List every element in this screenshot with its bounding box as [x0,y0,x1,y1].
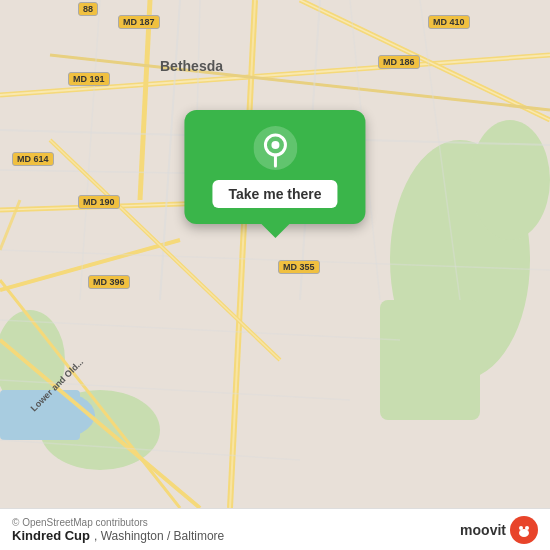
road-badge-md186: MD 186 [378,55,420,69]
moovit-logo: moovit [460,516,538,544]
road-badge-md190: MD 190 [78,195,120,209]
map-container: Bethesda MD 187 MD 410 MD 186 MD 191 88 … [0,0,550,550]
take-me-there-button[interactable]: Take me there [212,180,337,208]
svg-point-41 [519,529,529,537]
svg-point-2 [470,120,550,240]
road-badge-md355: MD 355 [278,260,320,274]
svg-point-38 [271,141,279,149]
road-badge-88: 88 [78,2,98,16]
location-info: Kindred Cup , Washington / Baltimore [12,528,224,543]
bottom-bar: © OpenStreetMap contributors Kindred Cup… [0,508,550,550]
svg-rect-4 [380,300,480,420]
moovit-text: moovit [460,522,506,538]
location-name: Kindred Cup [12,528,90,543]
road-badge-md614: MD 614 [12,152,54,166]
pin-icon [253,126,297,170]
moovit-icon [510,516,538,544]
location-city: , Washington / Baltimore [94,529,224,543]
road-badge-md191: MD 191 [68,72,110,86]
popup-card: Take me there [184,110,365,224]
svg-point-42 [519,526,523,530]
road-badge-md396: MD 396 [88,275,130,289]
bottom-left-info: © OpenStreetMap contributors Kindred Cup… [12,517,224,543]
svg-point-43 [525,526,529,530]
road-badge-md410: MD 410 [428,15,470,29]
attribution-text: © OpenStreetMap contributors [12,517,224,528]
road-badge-md187: MD 187 [118,15,160,29]
